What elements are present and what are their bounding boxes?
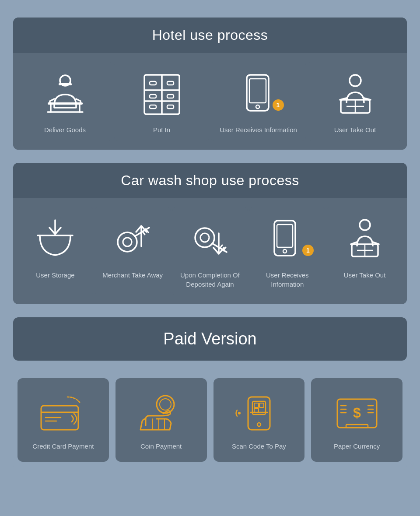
upon-completion-label: Upon Completion Of Deposited Again — [177, 270, 244, 289]
carwash-title: Car wash shop use process — [22, 172, 398, 189]
svg-rect-69 — [346, 425, 368, 428]
user-receives-2-label: User Receives Information — [254, 270, 321, 289]
cash-machine-icon: $ — [333, 395, 381, 432]
user-receives-2-icon-container: 1 — [261, 216, 314, 264]
svg-point-25 — [118, 232, 137, 252]
payment-item-credit-card: Credit Card Payment — [18, 378, 109, 462]
credit-card-icon — [39, 395, 87, 432]
user-take-out-label: User Take Out — [334, 125, 376, 134]
storage-tray-icon — [33, 218, 77, 262]
paid-header: Paid Version — [13, 317, 407, 361]
phone-notification-icon — [239, 73, 278, 116]
svg-rect-55 — [254, 403, 259, 407]
svg-rect-13 — [167, 95, 174, 98]
svg-point-60 — [238, 412, 241, 414]
upon-completion-icon-container — [184, 216, 236, 264]
user-receives-icon-container: 1 — [232, 70, 285, 119]
svg-rect-10 — [150, 81, 156, 85]
svg-point-31 — [195, 228, 214, 247]
notification-badge-2: 1 — [302, 245, 314, 256]
carwash-item-user-storage: User Storage — [18, 207, 93, 295]
scan-code-icon-container — [233, 391, 285, 435]
hotel-item-put-in: Put In — [114, 62, 209, 141]
notification-badge: 1 — [273, 99, 284, 111]
credit-card-icon-container — [37, 391, 89, 435]
put-in-label: Put In — [153, 125, 170, 134]
scan-phone-icon — [235, 395, 283, 432]
svg-rect-38 — [277, 225, 293, 247]
user-take-out-2-label: User Take Out — [344, 270, 386, 280]
svg-rect-17 — [249, 79, 266, 103]
scan-code-label: Scan Code To Pay — [232, 442, 286, 451]
svg-point-49 — [160, 399, 171, 410]
svg-point-39 — [283, 249, 287, 253]
user-take-out-2-icon-container — [339, 216, 391, 264]
svg-rect-1 — [59, 83, 72, 85]
person-box-2-icon — [343, 218, 387, 262]
hotel-item-user-take-out: User Take Out — [308, 62, 402, 141]
hotel-item-user-receives: 1 User Receives Information — [211, 62, 306, 141]
svg-point-40 — [360, 220, 370, 230]
svg-text:$: $ — [353, 405, 361, 421]
delivery-person-icon — [41, 73, 89, 116]
carwash-header: Car wash shop use process — [13, 163, 407, 198]
locker-icon — [138, 73, 186, 116]
svg-point-59 — [257, 423, 261, 426]
carwash-item-user-receives: 1 User Receives Information — [249, 207, 325, 295]
carwash-item-upon-completion: Upon Completion Of Deposited Again — [172, 207, 248, 295]
user-storage-icon-container — [29, 216, 81, 264]
user-storage-label: User Storage — [36, 270, 74, 280]
coin-hand-icon — [137, 395, 185, 432]
person-box-icon — [331, 73, 379, 116]
hotel-section: Hotel use process — [13, 18, 407, 150]
carwash-body: User Storage Merchant Tak — [13, 198, 407, 304]
paper-currency-label: Paper Currency — [334, 442, 380, 451]
key-up-icon — [111, 218, 154, 262]
paid-title: Paid Version — [22, 330, 398, 348]
deliver-goods-label: Deliver Goods — [44, 125, 86, 134]
payment-item-coin: Coin Payment — [116, 378, 207, 462]
svg-point-32 — [200, 233, 209, 242]
svg-point-19 — [350, 75, 361, 86]
svg-rect-2 — [48, 102, 83, 105]
carwash-item-merchant-take-away: Merchant Take Away — [95, 207, 171, 295]
svg-rect-12 — [150, 95, 156, 98]
user-receives-label: User Receives Information — [220, 125, 297, 134]
carwash-section: Car wash shop use process User Storage — [13, 163, 407, 304]
hotel-title: Hotel use process — [22, 27, 398, 43]
paid-version-wrapper: Paid Version Credit Card — [13, 317, 407, 470]
credit-card-label: Credit Card Payment — [32, 442, 94, 451]
hotel-body: Deliver Goods — [13, 53, 407, 150]
coin-payment-icon-container — [135, 391, 187, 435]
hotel-header: Hotel use process — [13, 18, 407, 53]
svg-rect-15 — [167, 105, 174, 109]
merchant-take-away-icon-container — [106, 216, 159, 264]
svg-rect-14 — [150, 105, 156, 109]
put-in-icon-container — [136, 70, 188, 119]
coin-payment-label: Coin Payment — [140, 442, 182, 451]
payment-body: Credit Card Payment Coin — [13, 369, 407, 470]
key-down-icon — [188, 218, 232, 262]
paper-currency-icon-container: $ — [331, 391, 383, 435]
merchant-take-away-label: Merchant Take Away — [102, 270, 163, 280]
svg-rect-56 — [259, 403, 264, 407]
user-take-out-icon-container — [329, 70, 382, 119]
deliver-goods-icon-container — [39, 70, 91, 119]
svg-rect-11 — [167, 81, 174, 85]
payment-item-scan-code: Scan Code To Pay — [214, 378, 305, 462]
phone-notification-2-icon — [270, 219, 305, 261]
hotel-item-deliver-goods: Deliver Goods — [18, 62, 112, 141]
svg-point-26 — [123, 238, 132, 246]
svg-point-18 — [256, 105, 259, 109]
payment-item-paper-currency: $ Paper Currency — [311, 378, 402, 462]
carwash-item-user-take-out: User Take Out — [327, 207, 402, 295]
